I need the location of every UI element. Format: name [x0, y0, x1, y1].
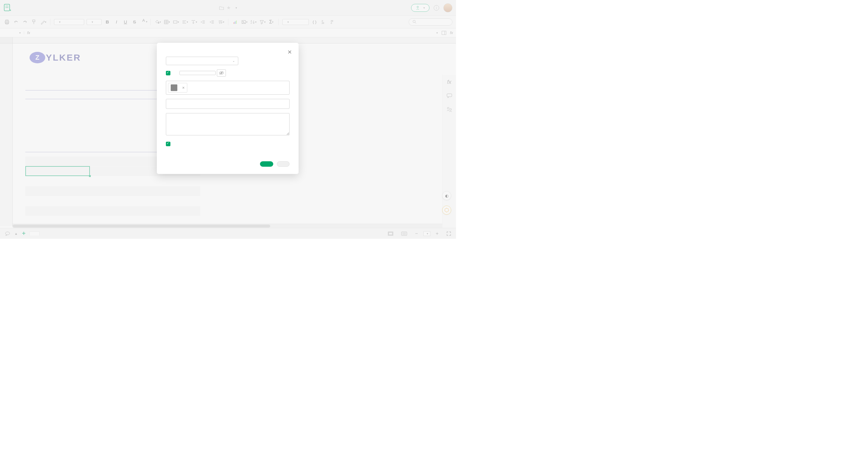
email-attachment-dialog: ✕ ⌄ × — [157, 43, 299, 174]
message-textarea[interactable] — [166, 113, 289, 135]
subject-input[interactable] — [166, 99, 289, 109]
recipient-chip: × — [168, 83, 187, 93]
recipient-avatar — [171, 85, 177, 91]
chevron-down-icon: ⌄ — [232, 59, 235, 62]
send-copy-checkbox[interactable] — [166, 142, 170, 146]
close-icon[interactable]: ✕ — [287, 49, 292, 56]
recipients-field[interactable]: × — [166, 81, 289, 95]
password-field[interactable] — [180, 71, 216, 75]
show-password-icon[interactable] — [217, 69, 226, 76]
remove-recipient-icon[interactable]: × — [182, 85, 185, 90]
cancel-button[interactable] — [277, 161, 289, 167]
attach-format-select[interactable]: ⌄ — [166, 57, 238, 65]
set-password-checkbox[interactable] — [166, 71, 170, 75]
send-button[interactable] — [260, 161, 273, 167]
